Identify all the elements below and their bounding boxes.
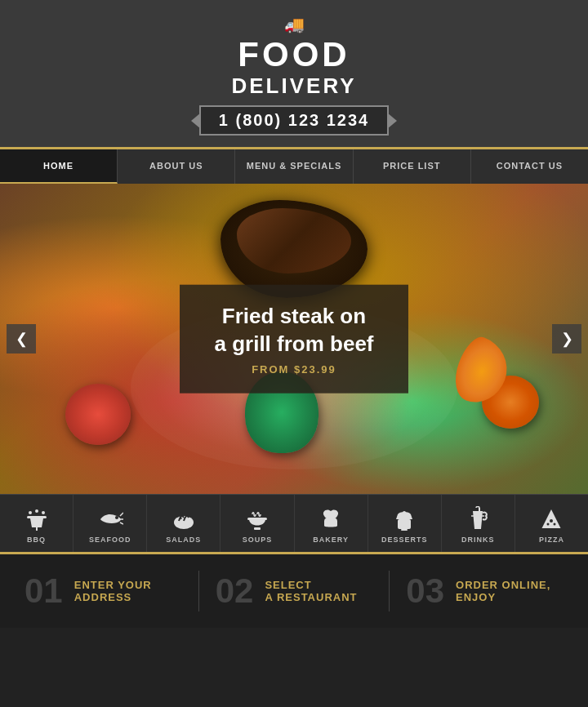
step-2-number: 02: [216, 574, 254, 608]
category-bakery[interactable]: BAKERY: [295, 495, 368, 552]
truck-icon: 🚚: [8, 15, 580, 34]
svg-point-12: [403, 511, 406, 514]
category-desserts[interactable]: DESSERTS: [368, 495, 442, 552]
svg-point-5: [115, 516, 118, 519]
slide-price: FROM $23.99: [212, 362, 376, 375]
pizza-icon: [538, 506, 564, 532]
category-bakery-label: BAKERY: [313, 536, 349, 544]
hero-prev-button[interactable]: ❮: [7, 324, 36, 354]
bakery-icon: [318, 506, 344, 532]
svg-rect-8: [254, 527, 261, 530]
category-desserts-label: DESSERTS: [381, 536, 428, 544]
soups-icon: [244, 506, 270, 532]
chevron-left-icon: ❮: [16, 330, 28, 348]
food-tomato: [65, 384, 131, 445]
svg-point-6: [174, 516, 194, 529]
category-salads[interactable]: SALADS: [147, 495, 220, 552]
svg-rect-10: [398, 519, 411, 529]
category-pizza-label: PIZZA: [539, 536, 564, 544]
category-drinks-label: DRINKS: [461, 536, 495, 544]
step-divider-2: [389, 571, 390, 611]
step-3-line1: ORDER ONLINE,: [456, 579, 550, 591]
step-3-line2: ENJOY: [456, 591, 550, 603]
step-3-number: 03: [406, 574, 444, 608]
nav-contact[interactable]: CONTACT US: [471, 149, 588, 184]
phone-number: 1 (800) 123 1234: [219, 111, 369, 129]
step-2-text: SELECT A RESTAURANT: [265, 579, 357, 603]
step-2-line2: A RESTAURANT: [265, 591, 357, 603]
svg-rect-0: [27, 516, 47, 518]
category-salads-label: SALADS: [166, 536, 201, 544]
step-3-text: ORDER ONLINE, ENJOY: [456, 579, 550, 603]
step-1-text: ENTER YOUR ADDRESS: [74, 579, 152, 603]
hero-next-button[interactable]: ❯: [552, 324, 581, 354]
step-2-line1: SELECT: [265, 579, 357, 591]
site-title-line1: FOOD: [8, 36, 580, 73]
site-header: 🚚 FOOD DELIVERY 1 (800) 123 1234: [0, 0, 588, 149]
category-soups[interactable]: SOUPS: [220, 495, 294, 552]
category-seafood-label: SEAFOOD: [89, 536, 131, 544]
phone-badge: 1 (800) 123 1234: [199, 105, 389, 136]
nav-menu[interactable]: MENU & SPECIALS: [235, 149, 353, 184]
drinks-icon: [465, 506, 491, 532]
nav-home[interactable]: HOME: [0, 149, 118, 184]
site-title-line2: DELIVERY: [8, 73, 580, 99]
step-divider-1: [198, 571, 199, 611]
step-3: 03 ORDER ONLINE, ENJOY: [406, 574, 564, 608]
svg-point-16: [550, 519, 553, 522]
slide-title: Fried steak ona grill from beef: [212, 303, 376, 358]
steps-section: 01 ENTER YOUR ADDRESS 02 SELECT A RESTAU…: [0, 552, 588, 628]
svg-rect-13: [401, 529, 408, 531]
svg-rect-11: [403, 514, 406, 519]
category-soups-label: SOUPS: [243, 536, 273, 544]
svg-point-4: [42, 511, 45, 514]
bbq-icon: [24, 506, 50, 532]
slide-info-box: Fried steak ona grill from beef FROM $23…: [180, 285, 408, 394]
category-pizza[interactable]: PIZZA: [515, 495, 588, 552]
category-seafood[interactable]: SEAFOOD: [74, 495, 147, 552]
main-nav: HOME ABOUT US MENU & SPECIALS PRICE LIST…: [0, 149, 588, 184]
salads-icon: [171, 506, 197, 532]
chevron-right-icon: ❯: [561, 330, 573, 348]
category-drinks[interactable]: DRINKS: [442, 495, 515, 552]
nav-about[interactable]: ABOUT US: [118, 149, 235, 184]
step-1: 01 ENTER YOUR ADDRESS: [24, 574, 182, 608]
seafood-icon: [97, 506, 123, 532]
svg-point-17: [547, 523, 550, 526]
nav-pricelist[interactable]: PRICE LIST: [354, 149, 471, 184]
desserts-icon: [391, 506, 417, 532]
step-2: 02 SELECT A RESTAURANT: [216, 574, 373, 608]
step-1-number: 01: [24, 574, 63, 608]
hero-section: ❮ Fried steak ona grill from beef FROM $…: [0, 184, 588, 494]
svg-rect-7: [247, 518, 267, 520]
category-bbq-label: BBQ: [27, 536, 46, 544]
svg-point-3: [35, 509, 38, 513]
category-bbq[interactable]: BBQ: [0, 495, 74, 552]
step-1-line1: ENTER YOUR: [74, 579, 152, 591]
svg-point-2: [29, 511, 32, 514]
step-1-line2: ADDRESS: [74, 591, 152, 603]
category-bar: BBQ SEAFOOD SALADS SOUPS: [0, 494, 588, 552]
svg-point-18: [554, 523, 556, 526]
